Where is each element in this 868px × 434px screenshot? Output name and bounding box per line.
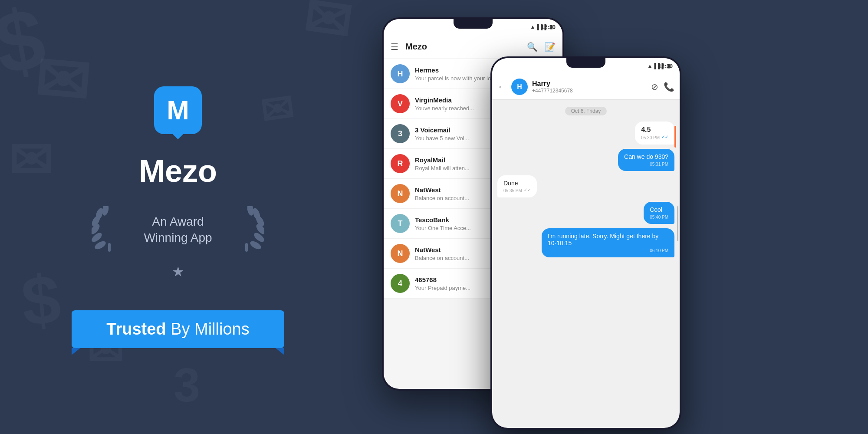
phone1-title: Mezo — [405, 42, 520, 52]
phone2-device: ▲ ▌▌▌ ▮ 12:30 ← H Harry +4477712345678 ⊘… — [490, 56, 681, 430]
phone2-screen: ▲ ▌▌▌ ▮ 12:30 ← H Harry +4477712345678 ⊘… — [492, 58, 680, 428]
svg-point-12 — [246, 206, 254, 216]
search-icon[interactable]: 🔍 — [527, 42, 538, 52]
msg-text: I'm running late. Sorry. Might get there… — [548, 233, 668, 247]
phone1-time: 12:30 — [541, 24, 556, 30]
laurels: An Award Winning App — [92, 206, 264, 254]
phone1-notch — [454, 19, 493, 29]
trusted-text: Trusted By Millions — [106, 320, 249, 338]
contact-avatar: 3 — [391, 124, 410, 143]
laurel-right-icon — [225, 206, 264, 254]
award-label: An Award Winning App — [144, 214, 212, 246]
chat-body: Oct 6, Friday 4.5 05:30 PM ✓✓ Can we do … — [492, 100, 680, 263]
logo-letter: M — [167, 97, 189, 124]
block-icon[interactable]: ⊘ — [651, 82, 658, 92]
msg-ticks: ✓✓ — [524, 187, 531, 192]
left-panel: M Mezo An Award Winning App — [0, 0, 356, 434]
trusted-rest: By Millions — [171, 320, 250, 338]
right-panel: ▲ ▌▌▌ ▮ 12:30 ☰ Mezo 🔍 📝 H Hermes Your p… — [356, 0, 868, 434]
contact-avatar: R — [391, 154, 410, 173]
compose-icon[interactable]: 📝 — [545, 42, 556, 52]
award-text-center: An Award Winning App — [144, 214, 212, 246]
msg-time: 05:35 PM — [503, 188, 522, 193]
trusted-banner: Trusted By Millions — [72, 310, 284, 348]
date-divider: Oct 6, Friday — [565, 107, 607, 115]
wifi-icon2: ▲ — [648, 63, 653, 69]
contact-avatar: 4 — [391, 274, 410, 293]
chat-message: 4.5 05:30 PM ✓✓ — [635, 122, 674, 145]
trusted-bold: Trusted — [106, 320, 166, 338]
svg-rect-6 — [108, 243, 111, 252]
back-button[interactable]: ← — [497, 81, 507, 92]
chat-message: Cool 05:40 PM — [644, 202, 674, 224]
contact-avatar: N — [391, 184, 410, 203]
msg-time: 06:10 PM — [548, 248, 668, 253]
msg-text: 4.5 — [641, 126, 668, 134]
app-name: Mezo — [139, 153, 217, 189]
chat-contact-name: Harry — [532, 80, 647, 88]
msg-time: 05:31 PM — [624, 162, 668, 167]
call-icon[interactable]: 📞 — [664, 82, 674, 92]
msg-time: 05:30 PM — [641, 135, 660, 140]
chat-message: Can we do 930? 05:31 PM — [618, 149, 674, 171]
chat-contact-number: +4477712345678 — [532, 88, 647, 94]
msg-text: Can we do 930? — [624, 153, 668, 160]
contact-avatar: H — [391, 64, 410, 83]
phone2-time: 12:30 — [658, 63, 673, 69]
scroll-indicator — [677, 206, 678, 241]
svg-point-5 — [102, 206, 110, 216]
star-decoration: ★ — [172, 263, 184, 280]
msg-ticks: ✓✓ — [661, 135, 668, 139]
chat-message: Done 05:35 PM ✓✓ — [497, 175, 537, 197]
chat-contact-info: Harry +4477712345678 — [532, 80, 647, 94]
msg-text: Cool — [650, 206, 668, 213]
contact-avatar: N — [391, 244, 410, 263]
phone1-app-header: ☰ Mezo 🔍 📝 — [384, 35, 562, 59]
wifi-icon: ▲ — [530, 24, 536, 30]
contact-avatar: T — [391, 214, 410, 233]
menu-icon[interactable]: ☰ — [391, 42, 398, 52]
award-section: An Award Winning App ★ — [92, 206, 264, 280]
chat-avatar: H — [511, 79, 528, 95]
chat-message: I'm running late. Sorry. Might get there… — [542, 228, 674, 257]
msg-time: 05:40 PM — [650, 215, 668, 220]
orange-indicator — [674, 126, 676, 148]
app-logo: M — [154, 86, 202, 134]
svg-rect-13 — [245, 243, 248, 252]
laurel-left-icon — [92, 206, 131, 254]
phone2-notch — [566, 58, 605, 68]
chat-header-actions: ⊘ 📞 — [651, 82, 674, 92]
chat-header: ← H Harry +4477712345678 ⊘ 📞 — [492, 74, 680, 100]
msg-text: Done — [503, 180, 531, 187]
contact-avatar: V — [391, 94, 410, 113]
